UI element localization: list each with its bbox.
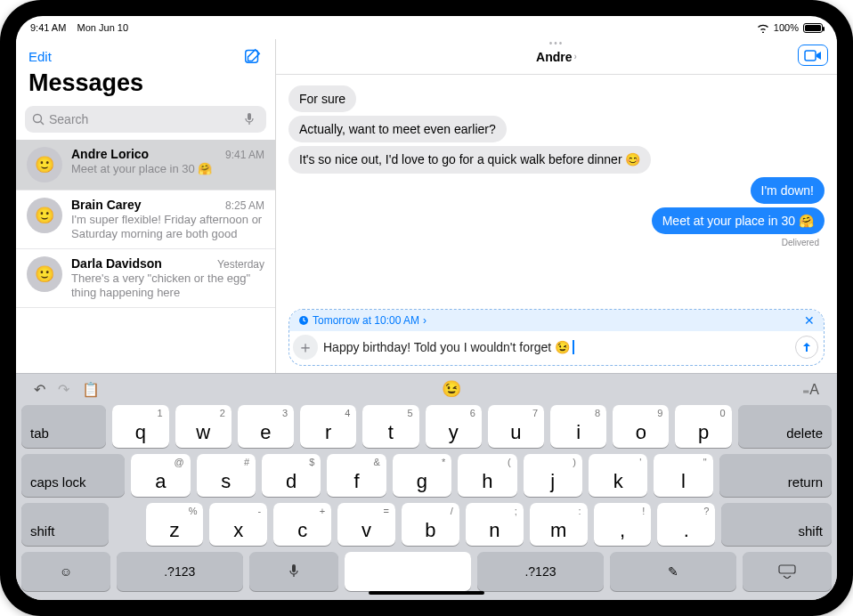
battery-percent: 100% bbox=[774, 22, 799, 33]
conversation-preview: Meet at your place in 30 🤗 bbox=[71, 162, 264, 176]
edit-button[interactable]: Edit bbox=[28, 49, 52, 64]
key-g[interactable]: *g bbox=[393, 454, 451, 497]
key-,[interactable]: !, bbox=[594, 503, 652, 546]
conversation-name: Andre Lorico bbox=[71, 147, 149, 161]
svg-rect-7 bbox=[779, 565, 795, 573]
key-shift-left[interactable]: shift bbox=[21, 503, 109, 546]
svg-rect-3 bbox=[248, 113, 251, 120]
message-bubble[interactable]: Meet at your place in 30 🤗 bbox=[652, 207, 825, 234]
text-format-icon[interactable]: ₌A bbox=[802, 381, 819, 398]
message-row: For sure bbox=[288, 85, 825, 112]
compose-icon[interactable] bbox=[243, 46, 263, 66]
undo-icon[interactable]: ↶ bbox=[34, 381, 45, 398]
keyboard-toolbar: ↶ ↷ 📋 😉 ₌A bbox=[21, 379, 832, 399]
message-row: I'm down! bbox=[288, 177, 825, 204]
key-r[interactable]: 4r bbox=[300, 405, 356, 448]
message-scroll[interactable]: For sureActually, want to meet even earl… bbox=[276, 75, 837, 300]
key-hide-keyboard[interactable] bbox=[743, 552, 832, 591]
more-handle-icon[interactable]: ••• bbox=[549, 38, 565, 48]
conversation-name: Brain Carey bbox=[71, 198, 142, 212]
status-right: 100% bbox=[757, 22, 823, 33]
delivered-label: Delivered bbox=[288, 238, 819, 247]
send-up-icon bbox=[800, 341, 813, 353]
svg-line-2 bbox=[41, 122, 45, 126]
key-l[interactable]: "l bbox=[654, 454, 712, 497]
conversation-list: 🙂 Andre Lorico 9:41 AM Meet at your plac… bbox=[16, 140, 275, 373]
message-bubble[interactable]: I'm down! bbox=[751, 177, 825, 204]
message-row: Meet at your place in 30 🤗 bbox=[288, 207, 825, 234]
keyboard: ↶ ↷ 📋 😉 ₌A tab 1q2w3e4r5t6y7u8i9o0pdelet… bbox=[16, 373, 837, 600]
mic-icon[interactable] bbox=[244, 112, 255, 126]
key-numeric-right[interactable]: .?123 bbox=[477, 552, 604, 591]
compose-input[interactable]: Happy birthday! Told you I wouldn't forg… bbox=[323, 340, 790, 354]
key-b[interactable]: /b bbox=[402, 503, 459, 546]
send-button[interactable] bbox=[795, 336, 818, 359]
key-d[interactable]: $d bbox=[262, 454, 321, 497]
close-icon[interactable]: ✕ bbox=[804, 313, 815, 328]
status-date: Mon Jun 10 bbox=[77, 22, 128, 33]
search-icon bbox=[32, 113, 45, 126]
key-tab[interactable]: tab bbox=[21, 405, 106, 448]
key-k[interactable]: 'k bbox=[589, 454, 647, 497]
chevron-right-icon: › bbox=[574, 52, 577, 61]
clock-icon bbox=[298, 315, 309, 326]
key-e[interactable]: 3e bbox=[238, 405, 294, 448]
key-x[interactable]: -x bbox=[209, 503, 267, 546]
key-y[interactable]: 6y bbox=[426, 405, 482, 448]
key-return[interactable]: return bbox=[719, 454, 832, 497]
svg-rect-6 bbox=[292, 564, 296, 572]
conversation-time: 8:25 AM bbox=[225, 199, 264, 212]
key-i[interactable]: 8i bbox=[550, 405, 606, 448]
emoji-suggestion[interactable]: 😉 bbox=[442, 379, 461, 399]
home-indicator[interactable] bbox=[369, 591, 484, 595]
avatar: 🙂 bbox=[27, 147, 62, 182]
conversation-preview: I'm super flexible! Friday afternoon or … bbox=[71, 213, 264, 241]
key-t[interactable]: 5t bbox=[362, 405, 418, 448]
key-capslock[interactable]: caps lock bbox=[21, 454, 125, 497]
conversation-pane: ••• Andre › For sureActually, want to me… bbox=[276, 39, 837, 373]
sidebar: Edit Messages Search 🙂 Andre Lorico 9:41… bbox=[16, 39, 276, 373]
message-row: Actually, want to meet even earlier? bbox=[288, 116, 825, 142]
message-bubble[interactable]: For sure bbox=[288, 85, 356, 112]
key-emoji[interactable]: ☺ bbox=[21, 552, 110, 591]
facetime-icon bbox=[804, 50, 822, 61]
redo-icon[interactable]: ↷ bbox=[58, 381, 69, 398]
key-numeric-left[interactable]: .?123 bbox=[117, 552, 243, 591]
key-.[interactable]: ?. bbox=[657, 503, 715, 546]
search-placeholder: Search bbox=[49, 112, 88, 126]
attach-button[interactable]: ＋ bbox=[293, 335, 318, 360]
avatar: 🙂 bbox=[27, 256, 62, 292]
key-delete[interactable]: delete bbox=[738, 405, 832, 448]
key-z[interactable]: %z bbox=[146, 503, 204, 546]
key-n[interactable]: ;n bbox=[466, 503, 524, 546]
key-u[interactable]: 7u bbox=[488, 405, 544, 448]
key-a[interactable]: @a bbox=[131, 454, 190, 497]
message-row: It's so nice out, I'd love to go for a q… bbox=[288, 146, 825, 173]
key-w[interactable]: 2w bbox=[175, 405, 232, 448]
key-space[interactable] bbox=[345, 552, 471, 591]
search-input[interactable]: Search bbox=[25, 106, 266, 133]
key-h[interactable]: (h bbox=[458, 454, 516, 497]
key-handwriting[interactable]: ✎ bbox=[610, 552, 736, 591]
clipboard-icon[interactable]: 📋 bbox=[82, 381, 100, 398]
conversation-list-item[interactable]: 🙂 Andre Lorico 9:41 AM Meet at your plac… bbox=[16, 140, 275, 190]
key-v[interactable]: =v bbox=[337, 503, 395, 546]
key-s[interactable]: #s bbox=[197, 454, 256, 497]
facetime-button[interactable] bbox=[798, 45, 828, 66]
conversation-list-item[interactable]: 🙂 Brain Carey 8:25 AM I'm super flexible… bbox=[16, 190, 275, 249]
text-caret bbox=[573, 340, 574, 354]
conversation-title[interactable]: Andre › bbox=[536, 50, 577, 64]
key-shift-right[interactable]: shift bbox=[721, 503, 832, 546]
conversation-list-item[interactable]: 🙂 Darla Davidson Yesterday There's a ver… bbox=[16, 249, 275, 308]
schedule-strip[interactable]: Tomorrow at 10:00 AM › ✕ bbox=[289, 310, 824, 331]
message-bubble[interactable]: Actually, want to meet even earlier? bbox=[288, 116, 507, 142]
key-q[interactable]: 1q bbox=[112, 405, 168, 448]
key-dictate[interactable] bbox=[249, 552, 338, 591]
key-j[interactable]: )j bbox=[524, 454, 582, 497]
key-p[interactable]: 0p bbox=[675, 405, 731, 448]
key-m[interactable]: :m bbox=[530, 503, 588, 546]
key-c[interactable]: +c bbox=[273, 503, 331, 546]
key-o[interactable]: 9o bbox=[613, 405, 669, 448]
message-bubble[interactable]: It's so nice out, I'd love to go for a q… bbox=[288, 146, 651, 173]
key-f[interactable]: &f bbox=[327, 454, 386, 497]
